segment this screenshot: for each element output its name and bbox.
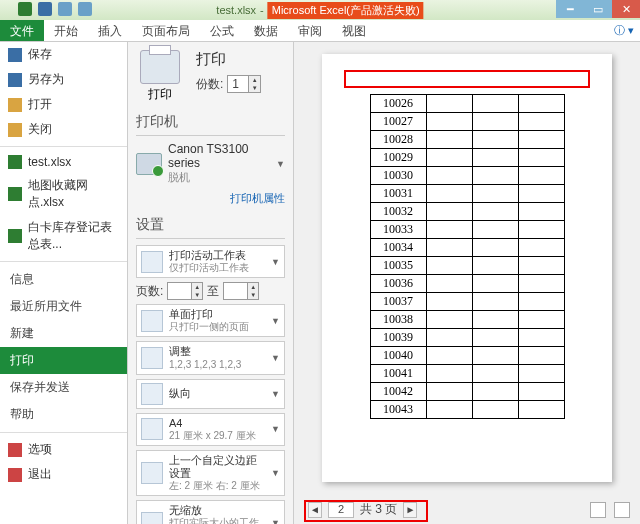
table-cell xyxy=(426,329,472,347)
margins-select[interactable]: 上一个自定义边距设置左: 2 厘米 右: 2 厘米 ▼ xyxy=(136,450,285,496)
sidebar-recent-2[interactable]: 白卡库存登记表总表... xyxy=(0,215,127,257)
sidebar-save[interactable]: 保存 xyxy=(0,42,127,67)
orientation-select[interactable]: 纵向 ▼ xyxy=(136,379,285,409)
show-margins-button[interactable] xyxy=(590,502,606,518)
ribbon-help[interactable]: ⓘ ▾ xyxy=(614,20,640,41)
table-cell xyxy=(426,383,472,401)
table-cell: 10032 xyxy=(370,203,426,221)
printer-properties-link[interactable]: 打印机属性 xyxy=(136,191,285,206)
save-icon[interactable] xyxy=(38,2,52,16)
tab-review[interactable]: 审阅 xyxy=(288,20,332,41)
table-row: 10029 xyxy=(370,149,564,167)
print-settings-pane: 打印 打印 份数: 1 ▲▼ 打印机 Canon TS3100 series 脱… xyxy=(128,42,294,524)
table-cell: 10037 xyxy=(370,293,426,311)
sidebar-open-label: 打开 xyxy=(28,96,52,113)
undo-icon[interactable] xyxy=(58,2,72,16)
sidebar-recent-1-label: 地图收藏网点.xlsx xyxy=(28,177,119,211)
collate-select[interactable]: 调整1,2,3 1,2,3 1,2,3 ▼ xyxy=(136,341,285,374)
sidebar-open[interactable]: 打开 xyxy=(0,92,127,117)
window-restore-button[interactable]: ▭ xyxy=(584,0,612,18)
sidebar-share[interactable]: 保存并发送 xyxy=(0,374,127,401)
sidebar-recent-0-label: test.xlsx xyxy=(28,155,71,169)
pager-next-button[interactable]: ► xyxy=(403,502,417,518)
table-cell xyxy=(472,401,518,419)
print-what-select[interactable]: 打印活动工作表仅打印活动工作表 ▼ xyxy=(136,245,285,278)
sidebar-exit-label: 退出 xyxy=(28,466,52,483)
table-cell: 10042 xyxy=(370,383,426,401)
chevron-down-icon: ▼ xyxy=(271,257,280,267)
pager-prev-button[interactable]: ◄ xyxy=(308,502,322,518)
chevron-down-icon: ▼ xyxy=(271,353,280,363)
table-cell xyxy=(518,293,564,311)
redo-icon[interactable] xyxy=(78,2,92,16)
scaling-select[interactable]: 无缩放打印实际大小的工作表 ▼ xyxy=(136,500,285,524)
table-cell xyxy=(518,401,564,419)
sidebar-saveas[interactable]: 另存为 xyxy=(0,67,127,92)
sidebar-info[interactable]: 信息 xyxy=(0,266,127,293)
table-cell xyxy=(426,347,472,365)
tab-data[interactable]: 数据 xyxy=(244,20,288,41)
pages-to-input[interactable]: ▲▼ xyxy=(223,282,259,300)
table-row: 10041 xyxy=(370,365,564,383)
tab-insert[interactable]: 插入 xyxy=(88,20,132,41)
annotation-highlight-header xyxy=(344,70,590,88)
sidebar-recent-1[interactable]: 地图收藏网点.xlsx xyxy=(0,173,127,215)
sheets-icon xyxy=(141,251,163,273)
zoom-page-button[interactable] xyxy=(614,502,630,518)
table-cell: 10035 xyxy=(370,257,426,275)
tab-page-layout[interactable]: 页面布局 xyxy=(132,20,200,41)
table-cell xyxy=(472,275,518,293)
table-row: 10027 xyxy=(370,113,564,131)
sidebar-exit[interactable]: 退出 xyxy=(0,462,127,487)
title-filename: test.xlsx xyxy=(216,4,256,16)
tab-view[interactable]: 视图 xyxy=(332,20,376,41)
sidebar-recent-0[interactable]: test.xlsx xyxy=(0,151,127,173)
table-cell: 10026 xyxy=(370,95,426,113)
table-cell: 10029 xyxy=(370,149,426,167)
chevron-down-icon: ▼ xyxy=(271,316,280,326)
save-icon xyxy=(8,48,22,62)
table-row: 10034 xyxy=(370,239,564,257)
sidebar-options[interactable]: 选项 xyxy=(0,437,127,462)
table-row: 10037 xyxy=(370,293,564,311)
table-cell xyxy=(518,275,564,293)
paper-size-select[interactable]: A421 厘米 x 29.7 厘米 ▼ xyxy=(136,413,285,446)
window-minimize-button[interactable]: ━ xyxy=(556,0,584,18)
scale-icon xyxy=(141,512,163,524)
chevron-down-icon: ▼ xyxy=(271,518,280,524)
tab-formulas[interactable]: 公式 xyxy=(200,20,244,41)
collate-icon xyxy=(141,347,163,369)
portrait-icon xyxy=(141,383,163,405)
copies-up[interactable]: ▲ xyxy=(248,76,260,84)
copies-input[interactable]: 1 ▲▼ xyxy=(227,75,261,93)
copies-label: 份数: xyxy=(196,76,223,93)
sidebar-new[interactable]: 新建 xyxy=(0,320,127,347)
sidebar-recent-2-label: 白卡库存登记表总表... xyxy=(28,219,119,253)
tab-file[interactable]: 文件 xyxy=(0,20,44,41)
copies-down[interactable]: ▼ xyxy=(248,84,260,92)
margins-icon xyxy=(141,462,163,484)
backstage-sidebar: 保存 另存为 打开 关闭 test.xlsx 地图收藏网点.xlsx 白卡库存登… xyxy=(0,42,128,524)
sidebar-close[interactable]: 关闭 xyxy=(0,117,127,142)
sides-select[interactable]: 单面打印只打印一侧的页面 ▼ xyxy=(136,304,285,337)
quick-access-toolbar xyxy=(18,2,92,16)
sidebar-recent[interactable]: 最近所用文件 xyxy=(0,293,127,320)
open-icon xyxy=(8,98,22,112)
printer-section-title: 打印机 xyxy=(136,113,285,131)
titlebar: test.xlsx - Microsoft Excel(产品激活失败) ━ ▭ … xyxy=(0,0,640,20)
sidebar-close-label: 关闭 xyxy=(28,121,52,138)
table-cell: 10038 xyxy=(370,311,426,329)
printer-select[interactable]: Canon TS3100 series 脱机 ▼ xyxy=(136,142,285,187)
table-cell xyxy=(518,113,564,131)
tab-home[interactable]: 开始 xyxy=(44,20,88,41)
table-cell xyxy=(426,167,472,185)
window-close-button[interactable]: ✕ xyxy=(612,0,640,18)
pager-current-input[interactable]: 2 xyxy=(328,502,354,518)
table-cell: 10033 xyxy=(370,221,426,239)
table-cell: 10030 xyxy=(370,167,426,185)
sidebar-help[interactable]: 帮助 xyxy=(0,401,127,428)
sidebar-print[interactable]: 打印 xyxy=(0,347,127,374)
print-button[interactable]: 打印 xyxy=(136,50,184,103)
printer-device-icon xyxy=(136,153,162,175)
pages-from-input[interactable]: ▲▼ xyxy=(167,282,203,300)
